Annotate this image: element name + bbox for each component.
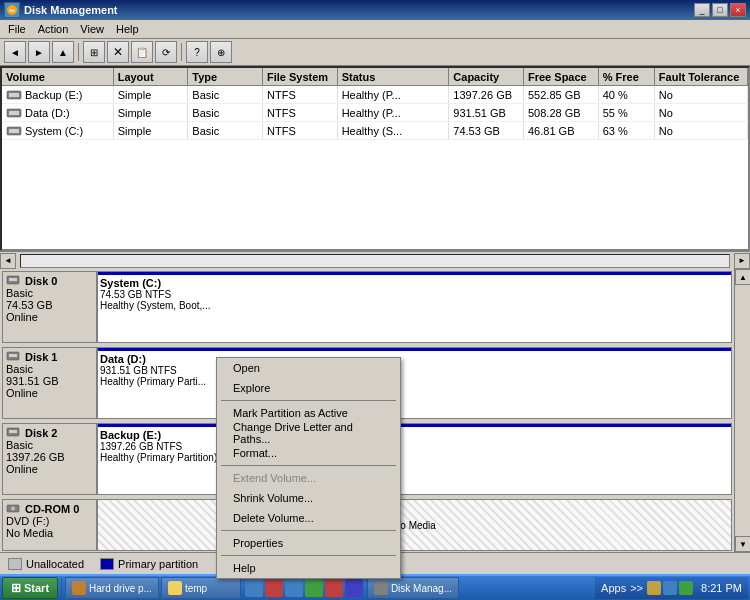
disk-partitions: System (C:) 74.53 GB NTFS Healthy (Syste… [97,271,732,343]
delete-button[interactable]: ✕ [107,41,129,63]
legend-primary: Primary partition [100,558,198,570]
toolbar-sep-2 [181,43,182,61]
partition-name: System (C:) [100,277,729,289]
taskbar-icon-3[interactable] [285,579,303,597]
col-header-type[interactable]: Type [188,68,263,85]
taskbar-icon-4[interactable] [305,579,323,597]
menu-help[interactable]: Help [110,20,145,38]
disk-type: Basic [6,287,93,299]
apps-arrow[interactable]: >> [630,582,643,594]
maximize-button[interactable]: □ [712,3,728,17]
col-header-layout[interactable]: Layout [114,68,189,85]
taskbar-btn-disk[interactable]: Disk Manag... [367,577,459,599]
ctx-item-mark-partition-as-active[interactable]: Mark Partition as Active [217,403,400,423]
taskbar-icon-6[interactable] [345,579,363,597]
disk-type: Basic [6,363,93,375]
systray-icon-3[interactable] [679,581,693,595]
ctx-item-format[interactable]: Format... [217,443,400,463]
legend-primary-box [100,558,114,570]
ctx-separator [221,530,396,531]
ctx-item-explore[interactable]: Explore [217,378,400,398]
partition-detail: 1397.26 GB NTFS [100,441,729,452]
ctx-item-open[interactable]: Open [217,358,400,378]
taskbar-icon-1[interactable] [245,579,263,597]
start-label: Start [24,582,49,594]
hscroll-left[interactable]: ◄ [0,253,16,269]
ctx-item-delete-volume[interactable]: Delete Volume... [217,508,400,528]
help-button[interactable]: ? [186,41,208,63]
close-button[interactable]: × [730,3,746,17]
disk-size: 931.51 GB [6,375,93,387]
td-freepct: 63 % [599,122,655,139]
col-header-freepct[interactable]: % Free [599,68,655,85]
taskbar-icon-2[interactable] [265,579,283,597]
ctx-item-change-drive-letter-and-paths[interactable]: Change Drive Letter and Paths... [217,423,400,443]
title-bar-left: Disk Management [4,2,118,18]
disk-size: 1397.26 GB [6,451,93,463]
col-header-filesystem[interactable]: File System [263,68,338,85]
up-button[interactable]: ▲ [52,41,74,63]
vscroll-down[interactable]: ▼ [735,536,750,552]
systray-icon-2[interactable] [663,581,677,595]
properties-button[interactable]: 📋 [131,41,153,63]
menu-view[interactable]: View [74,20,110,38]
ctx-item-properties[interactable]: Properties [217,533,400,553]
clock: 8:21 PM [701,582,742,594]
disk-status: No Media [6,527,93,539]
show-button[interactable]: ⊞ [83,41,105,63]
partition-name: Data (D:) [100,353,729,365]
td-volume: Data (D:) [2,104,114,121]
volume-table: Volume Layout Type File System Status Ca… [0,66,750,251]
td-filesystem: NTFS [263,104,338,121]
td-freepct: 55 % [599,104,655,121]
hscroll-track[interactable] [20,254,730,268]
svg-rect-5 [9,111,19,115]
table-row[interactable]: System (C:) Simple Basic NTFS Healthy (S… [2,122,748,140]
legend-unallocated: Unallocated [8,558,84,570]
taskbar-disk-label: Disk Manag... [391,583,452,594]
disk-partitions: Backup (E:) 1397.26 GB NTFS Healthy (Pri… [97,423,732,495]
td-filesystem: NTFS [263,86,338,103]
col-header-capacity[interactable]: Capacity [449,68,524,85]
minimize-button[interactable]: _ [694,3,710,17]
menu-file[interactable]: File [2,20,32,38]
systray-icon-1[interactable] [647,581,661,595]
start-button[interactable]: ⊞ Start [2,577,58,599]
taskbar-sep-1 [61,578,62,598]
table-row[interactable]: Backup (E:) Simple Basic NTFS Healthy (P… [2,86,748,104]
apps-label: Apps [601,582,626,594]
refresh-button[interactable]: ⟳ [155,41,177,63]
partition[interactable]: Backup (E:) 1397.26 GB NTFS Healthy (Pri… [98,424,731,494]
col-header-fault[interactable]: Fault Tolerance [655,68,748,85]
ctx-separator [221,555,396,556]
disk-type: Basic [6,439,93,451]
hscroll-right[interactable]: ► [734,253,750,269]
vscroll-thumb[interactable] [735,285,750,536]
menu-action[interactable]: Action [32,20,75,38]
extra-button[interactable]: ⊕ [210,41,232,63]
back-button[interactable]: ◄ [4,41,26,63]
window: Disk Management _ □ × File Action View H… [0,0,750,600]
col-header-freespace[interactable]: Free Space [524,68,599,85]
table-row[interactable]: Data (D:) Simple Basic NTFS Healthy (P..… [2,104,748,122]
window-title: Disk Management [24,4,118,16]
td-type: Basic [188,104,263,121]
vscroll-up[interactable]: ▲ [735,269,750,285]
ctx-separator [221,465,396,466]
ctx-item-shrink-volume[interactable]: Shrink Volume... [217,488,400,508]
taskbar-btn-hdd[interactable]: Hard drive p... [65,577,159,599]
svg-point-15 [11,507,15,511]
ctx-item-help[interactable]: Help [217,558,400,578]
disk-id: Disk 2 [6,427,93,439]
taskbar-btn-temp[interactable]: temp [161,577,241,599]
forward-button[interactable]: ► [28,41,50,63]
disk-size: 74.53 GB [6,299,93,311]
td-status: Healthy (S... [338,122,450,139]
col-header-volume[interactable]: Volume [2,68,114,85]
partition[interactable]: Data (D:) 931.51 GB NTFS Healthy (Primar… [98,348,731,418]
col-header-status[interactable]: Status [338,68,450,85]
taskbar-icon-5[interactable] [325,579,343,597]
ctx-separator [221,400,396,401]
no-media: No Media [98,500,731,550]
partition[interactable]: System (C:) 74.53 GB NTFS Healthy (Syste… [98,272,731,342]
